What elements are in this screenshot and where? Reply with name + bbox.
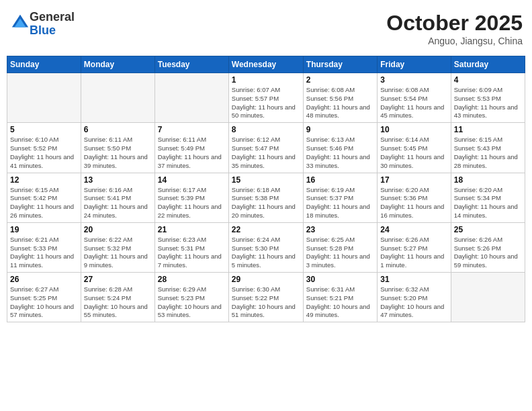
day-info: Sunrise: 6:18 AM Sunset: 5:38 PM Dayligh… [232,186,300,220]
calendar-day-cell: 22Sunrise: 6:24 AM Sunset: 5:30 PM Dayli… [228,222,303,272]
calendar-day-cell: 1Sunrise: 6:07 AM Sunset: 5:57 PM Daylig… [228,73,303,123]
calendar-day-cell: 19Sunrise: 6:21 AM Sunset: 5:33 PM Dayli… [7,222,81,272]
day-number: 30 [306,275,374,284]
day-number: 13 [84,175,152,185]
day-number: 31 [380,275,447,284]
day-of-week-header: Friday [378,56,451,73]
day-info: Sunrise: 6:16 AM Sunset: 5:41 PM Dayligh… [84,186,152,220]
calendar-week-row: 5Sunrise: 6:10 AM Sunset: 5:52 PM Daylig… [7,123,525,173]
day-number: 15 [232,175,300,185]
calendar-week-row: 19Sunrise: 6:21 AM Sunset: 5:33 PM Dayli… [7,222,525,272]
day-info: Sunrise: 6:32 AM Sunset: 5:20 PM Dayligh… [380,285,447,320]
day-info: Sunrise: 6:17 AM Sunset: 5:39 PM Dayligh… [158,186,226,220]
day-of-week-header: Wednesday [228,56,303,73]
logo-icon [11,13,30,32]
calendar-day-cell: 4Sunrise: 6:09 AM Sunset: 5:53 PM Daylig… [451,73,525,123]
calendar-day-cell [154,73,228,123]
calendar-day-cell: 3Sunrise: 6:08 AM Sunset: 5:54 PM Daylig… [378,73,451,123]
day-of-week-header: Thursday [303,56,377,73]
day-of-week-header: Monday [81,56,154,73]
calendar-day-cell: 29Sunrise: 6:30 AM Sunset: 5:22 PM Dayli… [228,273,303,322]
day-number: 16 [306,175,374,185]
calendar-day-cell: 16Sunrise: 6:19 AM Sunset: 5:37 PM Dayli… [303,173,377,222]
day-number: 12 [10,175,78,185]
day-info: Sunrise: 6:14 AM Sunset: 5:45 PM Dayligh… [380,136,447,170]
calendar-day-cell: 15Sunrise: 6:18 AM Sunset: 5:38 PM Dayli… [228,173,303,222]
calendar-day-cell: 7Sunrise: 6:11 AM Sunset: 5:49 PM Daylig… [154,123,228,173]
day-number: 7 [158,125,226,134]
calendar-day-cell: 10Sunrise: 6:14 AM Sunset: 5:45 PM Dayli… [378,123,451,173]
calendar-week-row: 1Sunrise: 6:07 AM Sunset: 5:57 PM Daylig… [7,73,525,123]
day-info: Sunrise: 6:15 AM Sunset: 5:42 PM Dayligh… [10,186,78,220]
calendar-day-cell: 17Sunrise: 6:20 AM Sunset: 5:36 PM Dayli… [378,173,451,222]
day-info: Sunrise: 6:28 AM Sunset: 5:24 PM Dayligh… [84,285,152,320]
day-number: 4 [454,75,522,85]
day-info: Sunrise: 6:25 AM Sunset: 5:28 PM Dayligh… [306,236,374,270]
calendar-day-cell: 20Sunrise: 6:22 AM Sunset: 5:32 PM Dayli… [81,222,154,272]
day-number: 17 [380,175,447,185]
day-number: 21 [158,225,226,234]
day-number: 14 [158,175,226,185]
day-number: 25 [454,225,522,234]
calendar-day-cell [81,73,154,123]
calendar-day-cell: 12Sunrise: 6:15 AM Sunset: 5:42 PM Dayli… [7,173,81,222]
logo-general-text: General [30,10,75,24]
day-number: 20 [84,225,152,234]
calendar-day-cell: 26Sunrise: 6:27 AM Sunset: 5:25 PM Dayli… [7,273,81,322]
calendar-day-cell: 8Sunrise: 6:12 AM Sunset: 5:47 PM Daylig… [228,123,303,173]
day-of-week-header: Saturday [451,56,525,73]
day-info: Sunrise: 6:20 AM Sunset: 5:34 PM Dayligh… [454,186,522,220]
calendar-day-cell: 23Sunrise: 6:25 AM Sunset: 5:28 PM Dayli… [303,222,377,272]
location: Anguo, Jiangsu, China [386,36,523,46]
day-number: 24 [380,225,447,234]
calendar-day-cell: 24Sunrise: 6:26 AM Sunset: 5:27 PM Dayli… [378,222,451,272]
day-info: Sunrise: 6:13 AM Sunset: 5:46 PM Dayligh… [306,136,374,170]
calendar-day-cell: 5Sunrise: 6:10 AM Sunset: 5:52 PM Daylig… [7,123,81,173]
day-number: 6 [84,125,152,134]
day-info: Sunrise: 6:29 AM Sunset: 5:23 PM Dayligh… [158,285,226,320]
calendar-day-cell [451,273,525,322]
day-number: 28 [158,275,226,284]
title-section: October 2025 Anguo, Jiangsu, China [386,11,523,46]
day-number: 10 [380,125,447,134]
day-of-week-header: Sunday [7,56,81,73]
calendar-day-cell: 28Sunrise: 6:29 AM Sunset: 5:23 PM Dayli… [154,273,228,322]
day-info: Sunrise: 6:15 AM Sunset: 5:43 PM Dayligh… [454,136,522,170]
calendar-day-cell: 25Sunrise: 6:26 AM Sunset: 5:26 PM Dayli… [451,222,525,272]
calendar-day-cell: 13Sunrise: 6:16 AM Sunset: 5:41 PM Dayli… [81,173,154,222]
day-number: 27 [84,275,152,284]
day-info: Sunrise: 6:27 AM Sunset: 5:25 PM Dayligh… [10,285,78,320]
day-number: 22 [232,225,300,234]
day-info: Sunrise: 6:30 AM Sunset: 5:22 PM Dayligh… [232,285,300,320]
day-number: 5 [10,125,78,134]
day-number: 11 [454,125,522,134]
calendar-day-cell: 11Sunrise: 6:15 AM Sunset: 5:43 PM Dayli… [451,123,525,173]
calendar-day-cell: 6Sunrise: 6:11 AM Sunset: 5:50 PM Daylig… [81,123,154,173]
calendar-header-row: SundayMondayTuesdayWednesdayThursdayFrid… [7,56,525,73]
day-info: Sunrise: 6:22 AM Sunset: 5:32 PM Dayligh… [84,236,152,270]
day-number: 1 [232,75,300,85]
day-number: 19 [10,225,78,234]
calendar-week-row: 26Sunrise: 6:27 AM Sunset: 5:25 PM Dayli… [7,273,525,322]
day-info: Sunrise: 6:23 AM Sunset: 5:31 PM Dayligh… [158,236,226,270]
calendar-week-row: 12Sunrise: 6:15 AM Sunset: 5:42 PM Dayli… [7,173,525,222]
day-number: 8 [232,125,300,134]
calendar-day-cell: 9Sunrise: 6:13 AM Sunset: 5:46 PM Daylig… [303,123,377,173]
day-number: 18 [454,175,522,185]
calendar-day-cell [7,73,81,123]
day-info: Sunrise: 6:11 AM Sunset: 5:49 PM Dayligh… [158,136,226,170]
day-number: 23 [306,225,374,234]
calendar-day-cell: 31Sunrise: 6:32 AM Sunset: 5:20 PM Dayli… [378,273,451,322]
month-title: October 2025 [386,11,523,36]
page-header: General Blue October 2025 Anguo, Jiangsu… [7,7,525,50]
calendar-day-cell: 21Sunrise: 6:23 AM Sunset: 5:31 PM Dayli… [154,222,228,272]
day-info: Sunrise: 6:26 AM Sunset: 5:26 PM Dayligh… [454,236,522,270]
calendar-day-cell: 14Sunrise: 6:17 AM Sunset: 5:39 PM Dayli… [154,173,228,222]
calendar-day-cell: 18Sunrise: 6:20 AM Sunset: 5:34 PM Dayli… [451,173,525,222]
logo-blue-text: Blue [30,24,56,37]
day-of-week-header: Tuesday [154,56,228,73]
day-info: Sunrise: 6:24 AM Sunset: 5:30 PM Dayligh… [232,236,300,270]
day-info: Sunrise: 6:26 AM Sunset: 5:27 PM Dayligh… [380,236,447,270]
day-info: Sunrise: 6:20 AM Sunset: 5:36 PM Dayligh… [380,186,447,220]
calendar-day-cell: 2Sunrise: 6:08 AM Sunset: 5:56 PM Daylig… [303,73,377,123]
